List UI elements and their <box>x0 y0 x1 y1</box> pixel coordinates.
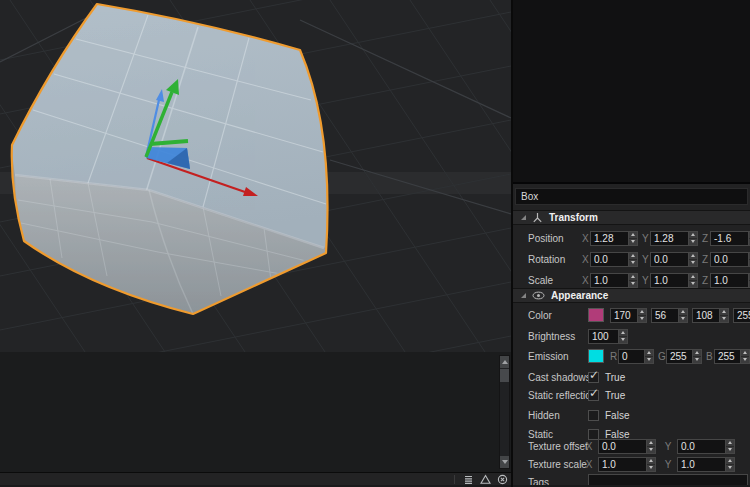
texture-offset-y-input[interactable] <box>678 440 725 453</box>
left-column <box>0 0 511 487</box>
texture-scale-x-input[interactable] <box>599 458 646 471</box>
emission-b-input[interactable] <box>715 350 740 363</box>
emission-r-input[interactable] <box>619 350 644 363</box>
position-x-field <box>590 231 638 246</box>
spinner-up[interactable] <box>645 350 653 357</box>
transform-section-header[interactable]: Transform <box>513 210 750 225</box>
spinner-down[interactable] <box>726 465 734 471</box>
warnings-filter-button[interactable] <box>479 474 492 485</box>
position-z-input[interactable] <box>711 232 748 245</box>
spinner-up[interactable] <box>629 253 637 260</box>
spinner-down[interactable] <box>629 239 637 245</box>
spinner-down[interactable] <box>619 337 627 343</box>
spinner-down[interactable] <box>693 357 701 363</box>
scale-z-input[interactable] <box>711 274 748 287</box>
scale-x-input[interactable] <box>591 274 628 287</box>
texture-scale-y-input[interactable] <box>678 458 725 471</box>
spinner-up[interactable] <box>741 350 749 357</box>
rotation-y-input[interactable] <box>651 253 688 266</box>
rotation-y-field <box>650 252 698 267</box>
rotation-x-input[interactable] <box>591 253 628 266</box>
spinner-down[interactable] <box>679 316 687 322</box>
spinner-down[interactable] <box>638 316 646 322</box>
texture-scale-y-field <box>677 457 735 472</box>
viewport-3d[interactable] <box>0 0 511 352</box>
static-reflection-checkbox[interactable]: ✓ <box>588 390 599 401</box>
spinner-up[interactable] <box>726 458 734 465</box>
color-r-input[interactable] <box>611 309 637 322</box>
errors-filter-button[interactable] <box>496 474 509 485</box>
row-label: Brightness <box>528 331 575 342</box>
console-panel <box>0 352 511 472</box>
log-filter-button[interactable] <box>462 474 475 485</box>
spinner-up[interactable] <box>720 309 728 316</box>
position-y-input[interactable] <box>651 232 688 245</box>
scrollbar-thumb[interactable] <box>500 369 509 382</box>
spinner-down[interactable] <box>720 316 728 322</box>
bool-value: True <box>605 372 625 383</box>
warning-triangle-icon <box>480 474 491 485</box>
object-name-field[interactable] <box>515 188 748 205</box>
color-b-input[interactable] <box>693 309 719 322</box>
spinner-up[interactable] <box>629 232 637 239</box>
spinner-down[interactable] <box>726 447 734 453</box>
spinner-down[interactable] <box>689 281 697 287</box>
hidden-checkbox[interactable] <box>588 410 599 421</box>
spinner-up[interactable] <box>619 330 627 337</box>
eye-icon <box>532 291 545 300</box>
color-g-input[interactable] <box>652 309 678 322</box>
spinner-up[interactable] <box>647 440 655 447</box>
emission-swatch[interactable] <box>588 349 604 363</box>
check-icon: ✓ <box>589 368 599 382</box>
spinner-up[interactable] <box>693 350 701 357</box>
brightness-input[interactable] <box>589 330 618 343</box>
hidden-row: Hidden False <box>513 407 750 423</box>
row-label: Rotation <box>528 254 565 265</box>
scroll-up-button[interactable] <box>500 356 509 368</box>
error-circle-icon <box>497 474 508 485</box>
axis-x-label: X <box>582 254 588 265</box>
position-x-input[interactable] <box>591 232 628 245</box>
emission-g-input[interactable] <box>667 350 692 363</box>
scale-y-input[interactable] <box>651 274 688 287</box>
cast-shadows-checkbox[interactable]: ✓ <box>588 372 599 383</box>
scale-row: Scale X Y Z <box>513 272 750 288</box>
appearance-section-header[interactable]: Appearance <box>513 288 750 303</box>
collapse-caret-icon <box>521 215 526 220</box>
spinner-down[interactable] <box>689 239 697 245</box>
scroll-down-button[interactable] <box>500 456 509 468</box>
spinner-up[interactable] <box>638 309 646 316</box>
spinner-up[interactable] <box>647 458 655 465</box>
spinner-down[interactable] <box>741 357 749 363</box>
spinner-up[interactable] <box>629 274 637 281</box>
spinner-down[interactable] <box>645 357 653 363</box>
tags-input[interactable] <box>588 474 748 485</box>
row-label: Scale <box>528 275 553 286</box>
row-label: Color <box>528 310 552 321</box>
spinner-up[interactable] <box>689 274 697 281</box>
spinner-down[interactable] <box>629 260 637 266</box>
spinner-down[interactable] <box>689 260 697 266</box>
spinner-down[interactable] <box>629 281 637 287</box>
color-swatch[interactable] <box>588 308 604 322</box>
spinner-up[interactable] <box>679 309 687 316</box>
channel-r-label: R <box>610 351 616 362</box>
spinner-down[interactable] <box>647 465 655 471</box>
toolbar-separator <box>454 475 455 484</box>
spinner-up[interactable] <box>689 232 697 239</box>
scene-canvas[interactable] <box>0 0 511 352</box>
row-label: Hidden <box>528 410 560 421</box>
color-a-input[interactable] <box>734 309 750 322</box>
spinner-down[interactable] <box>647 447 655 453</box>
texture-offset-x-input[interactable] <box>599 440 646 453</box>
static-reflection-row: Static reflection ✓ True <box>513 387 750 403</box>
scale-y-field <box>650 273 698 288</box>
console-scrollbar[interactable] <box>499 355 510 469</box>
row-label: Texture scale <box>528 459 587 470</box>
spinner-up[interactable] <box>726 440 734 447</box>
section-title: Appearance <box>551 290 608 301</box>
color-b-field <box>692 308 729 323</box>
position-row: Position X Y Z <box>513 230 750 246</box>
spinner-up[interactable] <box>689 253 697 260</box>
rotation-z-input[interactable] <box>711 253 748 266</box>
